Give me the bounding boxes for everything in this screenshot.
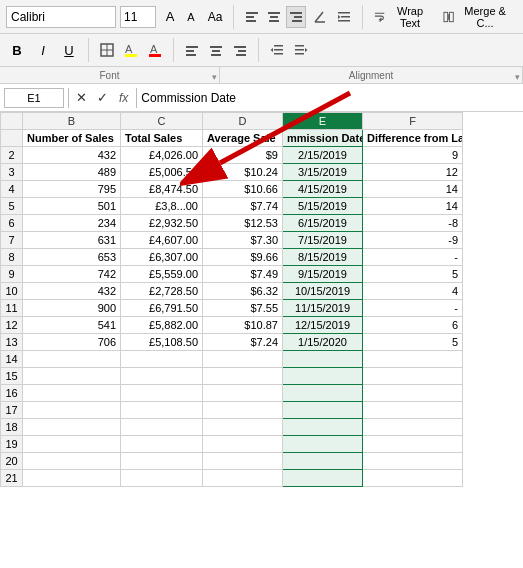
- table-cell[interactable]: £5,882.00: [121, 317, 203, 334]
- table-cell[interactable]: $10.87: [203, 317, 283, 334]
- col-header-f[interactable]: F: [363, 113, 463, 130]
- row-number[interactable]: 18: [1, 419, 23, 436]
- cell-reference-box[interactable]: [4, 88, 64, 108]
- empty-cell[interactable]: [363, 385, 463, 402]
- row-number[interactable]: 11: [1, 300, 23, 317]
- table-cell[interactable]: 6/15/2019: [283, 215, 363, 232]
- table-cell[interactable]: 432: [23, 283, 121, 300]
- empty-cell[interactable]: [121, 385, 203, 402]
- increase-indent-button[interactable]: [291, 39, 311, 61]
- empty-cell[interactable]: [203, 419, 283, 436]
- table-cell[interactable]: -8: [363, 215, 463, 232]
- table-cell[interactable]: 9: [363, 147, 463, 164]
- table-cell[interactable]: 14: [363, 181, 463, 198]
- empty-cell[interactable]: [283, 419, 363, 436]
- underline-button[interactable]: U: [58, 39, 80, 61]
- empty-cell[interactable]: [283, 402, 363, 419]
- table-cell[interactable]: 5: [363, 266, 463, 283]
- table-cell[interactable]: $10.66: [203, 181, 283, 198]
- empty-cell[interactable]: [203, 351, 283, 368]
- empty-cell[interactable]: [121, 453, 203, 470]
- row-number[interactable]: 4: [1, 181, 23, 198]
- table-cell[interactable]: 9/15/2019: [283, 266, 363, 283]
- font-size-input[interactable]: [120, 6, 156, 28]
- empty-cell[interactable]: [203, 470, 283, 487]
- table-cell[interactable]: £4,607.00: [121, 232, 203, 249]
- table-cell[interactable]: $9: [203, 147, 283, 164]
- empty-cell[interactable]: [283, 368, 363, 385]
- table-cell[interactable]: £6,307.00: [121, 249, 203, 266]
- italic-button[interactable]: I: [32, 39, 54, 61]
- table-cell[interactable]: 653: [23, 249, 121, 266]
- empty-cell[interactable]: [121, 436, 203, 453]
- align-middle-button[interactable]: [206, 39, 226, 61]
- empty-cell[interactable]: [121, 419, 203, 436]
- table-cell[interactable]: $12.53: [203, 215, 283, 232]
- row-number[interactable]: 9: [1, 266, 23, 283]
- row-number[interactable]: 21: [1, 470, 23, 487]
- align-left-button[interactable]: [182, 39, 202, 61]
- borders-button[interactable]: [97, 39, 117, 61]
- empty-cell[interactable]: [121, 402, 203, 419]
- align-right-bottom-button[interactable]: [230, 39, 250, 61]
- row-number[interactable]: 14: [1, 351, 23, 368]
- table-cell[interactable]: $7.24: [203, 334, 283, 351]
- empty-cell[interactable]: [203, 453, 283, 470]
- empty-cell[interactable]: [121, 351, 203, 368]
- row-number[interactable]: 5: [1, 198, 23, 215]
- orientation-button[interactable]: [310, 6, 330, 28]
- empty-cell[interactable]: [23, 368, 121, 385]
- table-cell[interactable]: 234: [23, 215, 121, 232]
- empty-cell[interactable]: [363, 453, 463, 470]
- table-cell[interactable]: £8,474.50: [121, 181, 203, 198]
- font-color-button[interactable]: A: [145, 39, 165, 61]
- col-d-header[interactable]: Average Sale: [203, 130, 283, 147]
- bold-button[interactable]: B: [6, 39, 28, 61]
- table-cell[interactable]: $7.55: [203, 300, 283, 317]
- empty-cell[interactable]: [283, 470, 363, 487]
- row-number[interactable]: 8: [1, 249, 23, 266]
- empty-cell[interactable]: [283, 436, 363, 453]
- decrease-font-button[interactable]: A: [181, 6, 201, 28]
- table-cell[interactable]: 7/15/2019: [283, 232, 363, 249]
- empty-cell[interactable]: [363, 470, 463, 487]
- table-cell[interactable]: £5,006.50: [121, 164, 203, 181]
- table-cell[interactable]: $7.74: [203, 198, 283, 215]
- fill-color-button[interactable]: A: [121, 39, 141, 61]
- col-f-header[interactable]: Difference from Last: [363, 130, 463, 147]
- table-cell[interactable]: 1/15/2020: [283, 334, 363, 351]
- empty-cell[interactable]: [363, 351, 463, 368]
- table-cell[interactable]: $6.32: [203, 283, 283, 300]
- row-number[interactable]: 13: [1, 334, 23, 351]
- align-center-button[interactable]: [264, 6, 284, 28]
- empty-cell[interactable]: [283, 385, 363, 402]
- empty-cell[interactable]: [23, 402, 121, 419]
- formula-input[interactable]: [141, 91, 519, 105]
- table-cell[interactable]: 900: [23, 300, 121, 317]
- formula-cancel-button[interactable]: ✕: [73, 90, 90, 105]
- empty-cell[interactable]: [203, 402, 283, 419]
- empty-cell[interactable]: [23, 470, 121, 487]
- col-header-e[interactable]: E: [283, 113, 363, 130]
- empty-cell[interactable]: [23, 385, 121, 402]
- table-cell[interactable]: £2,932.50: [121, 215, 203, 232]
- col-header-d[interactable]: D: [203, 113, 283, 130]
- empty-cell[interactable]: [283, 351, 363, 368]
- empty-cell[interactable]: [121, 368, 203, 385]
- empty-cell[interactable]: [23, 453, 121, 470]
- table-cell[interactable]: 706: [23, 334, 121, 351]
- empty-cell[interactable]: [363, 419, 463, 436]
- empty-cell[interactable]: [363, 436, 463, 453]
- row-number[interactable]: 2: [1, 147, 23, 164]
- table-cell[interactable]: 742: [23, 266, 121, 283]
- table-cell[interactable]: 631: [23, 232, 121, 249]
- empty-cell[interactable]: [203, 368, 283, 385]
- table-cell[interactable]: 10/15/2019: [283, 283, 363, 300]
- decrease-indent-button[interactable]: [267, 39, 287, 61]
- row-number[interactable]: 20: [1, 453, 23, 470]
- col-c-header[interactable]: Total Sales: [121, 130, 203, 147]
- empty-cell[interactable]: [363, 368, 463, 385]
- empty-cell[interactable]: [121, 470, 203, 487]
- indent-more-button[interactable]: [334, 6, 354, 28]
- merge-center-button[interactable]: Merge & C...: [440, 6, 517, 28]
